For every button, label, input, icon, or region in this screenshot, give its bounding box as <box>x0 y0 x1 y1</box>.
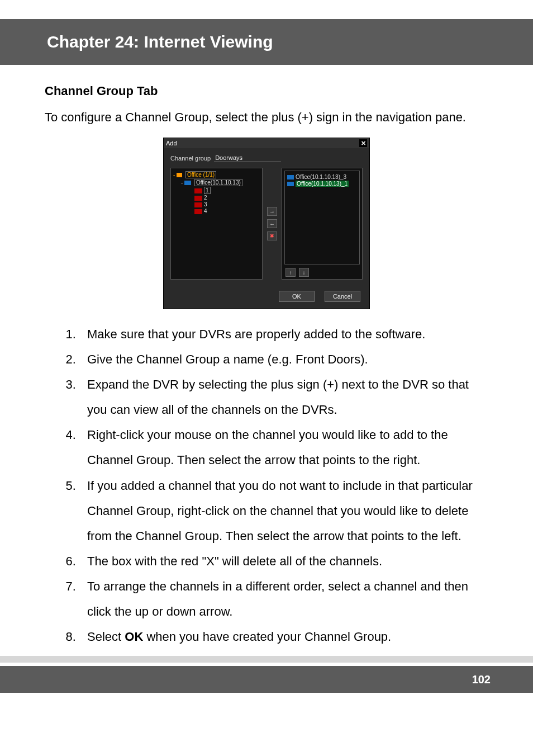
dvr-icon <box>287 182 294 186</box>
section-heading: Channel Group Tab <box>45 84 488 98</box>
channel-group-input[interactable] <box>214 154 281 162</box>
channel-label: 4 <box>204 208 207 214</box>
remove-left-button[interactable]: ← <box>267 219 277 228</box>
dvr-icon <box>184 181 191 185</box>
screenshot-figure: Add ✕ Channel group - <box>45 138 488 309</box>
selected-item[interactable]: Office(10.1.10.13)_3 <box>287 174 357 180</box>
tree-device-node[interactable]: - Office(10.1.10.13) <box>173 179 260 186</box>
close-icon[interactable]: ✕ <box>359 139 367 147</box>
device-tree: - Office (1/1) - Office(10.1.10.13) <box>173 171 260 214</box>
clear-all-button[interactable]: ✖ <box>267 231 277 240</box>
step-item: Expand the DVR by selecting the plus sig… <box>79 372 488 422</box>
add-channel-group-dialog: Add ✕ Channel group - <box>163 138 370 309</box>
dvr-icon <box>287 175 294 179</box>
step8-prefix: Select <box>87 630 125 644</box>
selected-item[interactable]: Office(10.1.10.13)_1 <box>287 181 357 187</box>
channel-group-name-row: Channel group <box>170 154 363 162</box>
ok-button[interactable]: OK <box>279 291 315 302</box>
channel-label: 1 <box>204 187 211 194</box>
intro-paragraph: To configure a Channel Group, select the… <box>45 105 488 130</box>
selected-list: Office(10.1.10.13)_3 Office(10.1.10.13)_… <box>287 174 357 187</box>
selected-channels-pane[interactable]: Office(10.1.10.13)_3 Office(10.1.10.13)_… <box>284 171 360 264</box>
reorder-buttons-row: ↑ ↓ <box>284 268 360 277</box>
dialog-title-text: Add <box>166 140 177 147</box>
dialog-titlebar: Add ✕ <box>164 138 369 148</box>
channel-group-label: Channel group <box>170 155 211 162</box>
tree-channel-node[interactable]: 3 <box>173 201 260 207</box>
selected-item-label: Office(10.1.10.13)_1 <box>296 181 349 187</box>
step8-bold: OK <box>125 630 143 644</box>
selected-item-label: Office(10.1.10.13)_3 <box>296 174 346 180</box>
minus-icon[interactable]: - <box>181 179 183 186</box>
arrow-left-icon: ← <box>269 221 275 227</box>
page-content: Channel Group Tab To configure a Channel… <box>0 65 533 656</box>
step-item: Make sure that your DVRs are properly ad… <box>79 322 488 347</box>
camera-icon <box>194 209 202 214</box>
tree-device-label: Office(10.1.10.13) <box>194 179 242 186</box>
move-down-button[interactable]: ↓ <box>299 268 309 277</box>
dialog-body: Channel group - Office (1/1) <box>164 148 369 285</box>
instruction-list: Make sure that your DVRs are properly ad… <box>45 322 488 649</box>
minus-icon[interactable]: - <box>173 172 175 178</box>
arrow-right-icon: → <box>269 209 275 215</box>
tree-channel-node[interactable]: 2 <box>173 195 260 201</box>
delete-x-icon: ✖ <box>270 234 274 239</box>
step-item: Right-click your mouse on the channel yo… <box>79 422 488 472</box>
group-icon <box>177 173 182 177</box>
arrow-up-icon: ↑ <box>289 270 292 276</box>
step-item: If you added a channel that you do not w… <box>79 473 488 549</box>
page-number: 102 <box>472 673 491 686</box>
tree-root-node[interactable]: - Office (1/1) <box>173 171 260 178</box>
camera-icon <box>194 188 202 193</box>
move-up-button[interactable]: ↑ <box>285 268 296 277</box>
channel-label: 3 <box>204 201 207 207</box>
step8-suffix: when you have created your Channel Group… <box>143 630 391 644</box>
dual-pane-area: - Office (1/1) - Office(10.1.10.13) <box>170 168 363 280</box>
step-item: Give the Channel Group a name (e.g. Fron… <box>79 347 488 372</box>
tree-channel-node[interactable]: 4 <box>173 208 260 214</box>
dialog-button-row: OK Cancel <box>164 285 369 309</box>
step-item: Select OK when you have created your Cha… <box>79 624 488 649</box>
step-item: The box with the red "X" will delete all… <box>79 549 488 574</box>
page-footer: 102 <box>0 666 533 693</box>
channel-label: 2 <box>204 195 207 201</box>
camera-icon <box>194 196 202 201</box>
arrow-down-icon: ↓ <box>303 270 306 276</box>
step-item: To arrange the channels in a different o… <box>79 574 488 624</box>
add-right-button[interactable]: → <box>267 207 277 216</box>
tree-root-label: Office (1/1) <box>185 171 216 178</box>
tree-channel-node[interactable]: 1 <box>173 187 260 194</box>
chapter-title: Chapter 24: Internet Viewing <box>47 32 533 51</box>
chapter-header-bar: Chapter 24: Internet Viewing <box>0 19 533 65</box>
cancel-button[interactable]: Cancel <box>325 291 360 302</box>
transfer-buttons-column: → ← ✖ <box>266 168 278 280</box>
footer-divider <box>0 656 533 663</box>
source-tree-pane[interactable]: - Office (1/1) - Office(10.1.10.13) <box>170 168 263 280</box>
selected-channels-column: Office(10.1.10.13)_3 Office(10.1.10.13)_… <box>282 168 363 280</box>
camera-icon <box>194 202 202 207</box>
